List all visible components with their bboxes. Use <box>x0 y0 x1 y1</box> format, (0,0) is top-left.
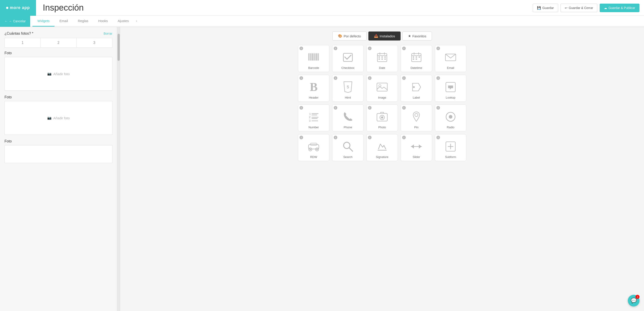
svg-text:1: 1 <box>309 112 311 116</box>
datetime-svg <box>411 52 422 62</box>
foto-upload-1[interactable]: 📷 Añadir foto <box>4 57 112 91</box>
save-close-label: Guardar & Cerrar <box>569 6 593 10</box>
info-dot-radio[interactable]: i <box>436 106 440 110</box>
foto-label-3: Foto <box>4 139 112 143</box>
image-name: Image <box>378 96 386 99</box>
instalados-icon: 📥 <box>374 34 378 38</box>
svg-point-56 <box>310 149 311 150</box>
search-icon-area <box>342 137 354 155</box>
count-2-button[interactable]: 2 <box>40 38 76 48</box>
save-publish-button[interactable]: ☁ Guardar & Publicar <box>600 3 640 12</box>
borrar-link[interactable]: Borrar <box>104 32 112 35</box>
checkbox-name: Checkbox <box>341 66 354 69</box>
image-icon-area <box>376 78 388 96</box>
info-dot-image[interactable]: i <box>368 76 372 80</box>
widget-slider[interactable]: i Slider <box>400 134 432 161</box>
widget-number[interactable]: i 1 2 3 Number <box>298 104 330 131</box>
info-dot-html[interactable]: i <box>334 76 337 80</box>
widget-pin[interactable]: i Pin <box>400 104 432 131</box>
datetime-name: Datetime <box>410 66 422 69</box>
tab-widgets[interactable]: Widgets <box>32 16 54 26</box>
widget-photo[interactable]: i Photo <box>366 104 398 131</box>
info-dot-slider[interactable]: i <box>402 136 406 139</box>
checkbox-svg <box>342 52 353 62</box>
svg-rect-17 <box>382 56 383 58</box>
date-icon-area <box>377 48 388 66</box>
photo-name: Photo <box>378 126 386 129</box>
foto-section-3: Foto <box>4 139 112 163</box>
tab-instalados[interactable]: 📥 Instalados <box>368 31 400 40</box>
widget-header[interactable]: i B Header <box>298 75 330 102</box>
widget-label[interactable]: i Label <box>400 75 432 102</box>
info-dot-rdw[interactable]: i <box>300 136 303 139</box>
info-dot-pin[interactable]: i <box>402 106 406 110</box>
info-dot-checkbox[interactable]: i <box>334 46 337 50</box>
save-label: Guardar <box>542 6 554 10</box>
info-dot-label[interactable]: i <box>402 76 406 80</box>
widget-radio[interactable]: i Radio <box>435 104 466 131</box>
info-dot-datetime[interactable]: i <box>402 46 406 50</box>
chat-icon: 💬 <box>631 298 637 304</box>
tab-favoritos[interactable]: ★ Favoritos <box>402 31 432 40</box>
svg-rect-3 <box>311 53 312 60</box>
svg-rect-21 <box>384 58 386 60</box>
info-dot-date[interactable]: i <box>368 46 372 50</box>
svg-rect-5 <box>313 53 314 60</box>
widget-date[interactable]: i Date <box>366 45 398 72</box>
foto-upload-2[interactable]: 📷 Añadir foto <box>4 101 112 135</box>
info-dot-subform[interactable]: i <box>436 136 440 139</box>
scrollbar-track[interactable] <box>117 27 120 311</box>
info-dot-lookup[interactable]: i <box>436 76 440 80</box>
svg-rect-61 <box>378 150 387 151</box>
foto-placeholder-2: Añadir foto <box>53 116 70 120</box>
widget-rdw[interactable]: i RDW <box>298 134 330 161</box>
widget-datetime[interactable]: i Datetime <box>400 45 432 72</box>
tab-por-defecto[interactable]: 🎨 Por defecto <box>332 31 366 40</box>
left-panel: ¿Cuántas fotos? * Borrar 1 2 3 Foto 📷 Añ… <box>0 27 117 311</box>
info-dot-search[interactable]: i <box>334 136 337 139</box>
widget-email[interactable]: i Email <box>435 45 466 72</box>
info-dot-barcode[interactable]: i <box>300 46 303 50</box>
scrollbar-thumb[interactable] <box>118 34 120 61</box>
tab-hooks[interactable]: Hooks <box>93 16 113 26</box>
widget-signature[interactable]: i Signature <box>366 134 398 161</box>
html-icon-area: 5 <box>343 78 353 96</box>
widget-html[interactable]: i 5 Html <box>332 75 364 102</box>
widget-subform[interactable]: i Subform <box>435 134 466 161</box>
save-icon: 💾 <box>537 6 541 10</box>
info-dot-phone[interactable]: i <box>334 106 337 110</box>
svg-rect-27 <box>416 56 417 58</box>
tab-ajustes[interactable]: Ajustes <box>113 16 134 26</box>
radio-icon-area <box>445 108 456 126</box>
email-svg <box>445 53 456 62</box>
widget-checkbox[interactable]: i Checkbox <box>332 45 364 72</box>
widget-lookup[interactable]: i Lookup <box>435 75 466 102</box>
widget-barcode[interactable]: i Barcode <box>298 45 330 72</box>
chat-button[interactable]: 💬 3 <box>628 295 640 307</box>
save-close-button[interactable]: ↩ Guardar & Cerrar <box>560 3 598 12</box>
svg-rect-9 <box>317 53 318 60</box>
subform-svg <box>445 141 456 152</box>
foto-upload-3[interactable] <box>4 145 112 163</box>
count-3-button[interactable]: 3 <box>76 38 112 48</box>
instalados-label: Instalados <box>380 34 395 38</box>
cancel-button[interactable]: ← ← Cancelar <box>0 15 30 27</box>
save-close-icon: ↩ <box>565 6 568 10</box>
tab-email[interactable]: Email <box>54 16 73 26</box>
svg-rect-29 <box>413 58 414 60</box>
widget-search[interactable]: i Search <box>332 134 364 161</box>
widget-image[interactable]: i Image <box>366 75 398 102</box>
rdw-svg <box>307 141 320 152</box>
save-button[interactable]: 💾 Guardar <box>533 3 558 12</box>
count-1-button[interactable]: 1 <box>4 38 40 48</box>
html-name: Html <box>345 96 351 99</box>
info-dot-signature[interactable]: i <box>368 136 372 139</box>
info-dot-email[interactable]: i <box>436 46 440 50</box>
nav-collapse-button[interactable]: ‹ <box>134 16 140 26</box>
image-svg <box>376 82 388 92</box>
info-dot-number[interactable]: i <box>300 106 303 110</box>
tab-reglas[interactable]: Reglas <box>73 16 94 26</box>
info-dot-photo[interactable]: i <box>368 106 372 110</box>
widget-phone[interactable]: i Phone <box>332 104 364 131</box>
info-dot-header[interactable]: i <box>300 76 303 80</box>
